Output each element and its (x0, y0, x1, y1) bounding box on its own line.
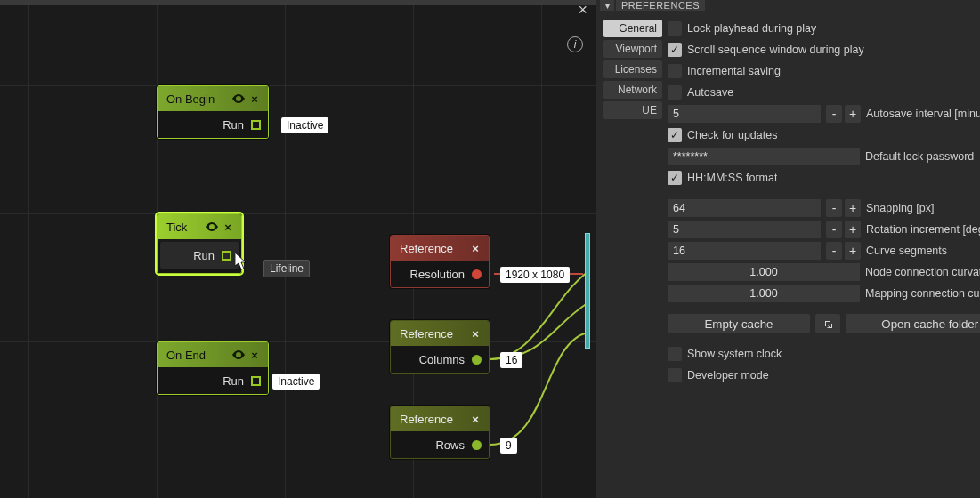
preferences-categories: General Viewport Licenses Network UE (603, 20, 662, 489)
close-icon[interactable]: × (220, 221, 236, 234)
node-title: On End (166, 349, 206, 362)
exec-port[interactable] (251, 376, 261, 386)
rotation-increment-decrement[interactable]: - (826, 221, 842, 238)
empty-cache-button[interactable]: Empty cache (668, 314, 810, 333)
close-icon[interactable]: × (467, 413, 483, 426)
node-status-tag: Inactive (281, 117, 328, 133)
selection-handle[interactable] (585, 233, 590, 349)
option-label: Check for updates (687, 129, 777, 141)
value-tag: 9 (500, 438, 517, 454)
port-label: Run (223, 374, 244, 388)
option-label: Scroll sequence window during play (687, 44, 864, 56)
node-on-begin[interactable]: On Begin × Run (157, 85, 269, 139)
node-title: Reference (400, 242, 453, 255)
category-network[interactable]: Network (603, 81, 662, 99)
node-reference-rows[interactable]: Reference × Rows (390, 406, 490, 459)
snapping-decrement[interactable]: - (826, 199, 842, 217)
node-status-tag: Inactive (272, 374, 320, 390)
node-title: Tick (166, 221, 187, 234)
exec-port[interactable] (251, 120, 261, 130)
option-label: Snapping [px] (866, 202, 934, 214)
option-label: Mapping connection curvature (865, 287, 980, 300)
value-tag: 16 (500, 352, 522, 368)
category-licenses[interactable]: Licenses (603, 60, 662, 78)
autosave-interval-field[interactable]: 5 (668, 105, 821, 123)
lock-password-field[interactable]: ******** (668, 148, 860, 165)
checkbox-autosave[interactable] (668, 85, 682, 100)
category-viewport[interactable]: Viewport (603, 40, 662, 58)
preferences-panel: ▾ PREFERENCES × General Viewport License… (596, 0, 980, 498)
option-label: Node connection curvature (865, 266, 980, 278)
node-title: Reference (400, 413, 453, 426)
output-port[interactable] (472, 355, 482, 365)
eye-icon[interactable] (231, 92, 247, 106)
category-ue[interactable]: UE (603, 101, 662, 119)
port-label: Resolution (410, 268, 465, 281)
node-tick[interactable]: Tick × Run (157, 213, 242, 274)
node-title: Reference (400, 327, 453, 341)
mapping-connection-curvature-field[interactable]: 1.000 (668, 285, 860, 302)
close-icon[interactable]: × (467, 242, 483, 255)
editor-info-icon[interactable]: i (567, 36, 583, 52)
option-label: Curve segments (866, 245, 947, 257)
checkbox-incremental-saving[interactable] (668, 64, 682, 78)
checkbox-scroll-sequence[interactable]: ✓ (668, 43, 682, 57)
port-label: Rows (435, 438, 465, 452)
port-label: Run (193, 249, 215, 262)
autosave-interval-decrement[interactable]: - (826, 105, 842, 123)
option-label: Default lock password (865, 150, 974, 163)
mouse-cursor-icon (235, 253, 249, 270)
port-label: Run (223, 118, 244, 132)
autosave-interval-increment[interactable]: + (845, 105, 861, 123)
node-editor[interactable]: × i On Begin × Run (0, 0, 596, 498)
output-port[interactable] (472, 269, 482, 279)
option-label: Autosave interval [minutes] (866, 108, 980, 120)
checkbox-check-updates[interactable]: ✓ (668, 128, 682, 142)
curve-segments-field[interactable]: 16 (668, 242, 821, 260)
close-icon[interactable]: × (247, 349, 263, 362)
value-tag: 1920 x 1080 (500, 267, 570, 283)
option-label: Incremental saving (687, 65, 781, 77)
preferences-options: Lock playhead during play ✓ Scroll seque… (668, 20, 980, 489)
panel-menu-icon[interactable]: ▾ (600, 0, 614, 11)
close-icon[interactable]: × (467, 327, 483, 341)
rotation-increment-field[interactable]: 5 (668, 221, 821, 238)
checkbox-lock-playhead[interactable] (668, 21, 682, 36)
rotation-increment-increment[interactable]: + (845, 221, 861, 238)
node-title: On Begin (166, 92, 215, 106)
tooltip: Lifeline (263, 260, 310, 277)
eye-icon[interactable] (204, 221, 220, 234)
option-label: HH:MM:SS format (687, 172, 777, 184)
option-label: Autosave (687, 86, 733, 99)
panel-title[interactable]: PREFERENCES (616, 0, 705, 11)
option-label: Lock playhead during play (687, 22, 816, 35)
node-reference-resolution[interactable]: Reference × Resolution (390, 235, 490, 288)
snapping-field[interactable]: 64 (668, 199, 821, 217)
node-on-end[interactable]: On End × Run (157, 341, 269, 395)
snapping-increment[interactable]: + (845, 199, 861, 217)
port-label: Columns (419, 353, 465, 366)
editor-close-icon[interactable]: × (578, 1, 587, 20)
output-port[interactable] (472, 440, 482, 450)
option-label: Rotation increment [degrees] (866, 223, 980, 236)
open-cache-folder-icon[interactable] (815, 314, 840, 333)
curve-segments-decrement[interactable]: - (826, 242, 842, 260)
checkbox-hhmmss[interactable]: ✓ (668, 171, 682, 185)
node-reference-columns[interactable]: Reference × Columns (390, 320, 490, 374)
checkbox-developer-mode[interactable] (668, 368, 682, 382)
node-connection-curvature-field[interactable]: 1.000 (668, 263, 860, 281)
option-label: Show system clock (687, 348, 782, 360)
open-cache-folder-button[interactable]: Open cache folder (846, 314, 980, 333)
checkbox-system-clock[interactable] (668, 347, 682, 361)
eye-icon[interactable] (231, 349, 247, 362)
curve-segments-increment[interactable]: + (845, 242, 861, 260)
close-icon[interactable]: × (247, 92, 263, 106)
exec-port[interactable] (222, 251, 231, 261)
option-label: Developer mode (687, 369, 769, 382)
category-general[interactable]: General (603, 20, 662, 37)
